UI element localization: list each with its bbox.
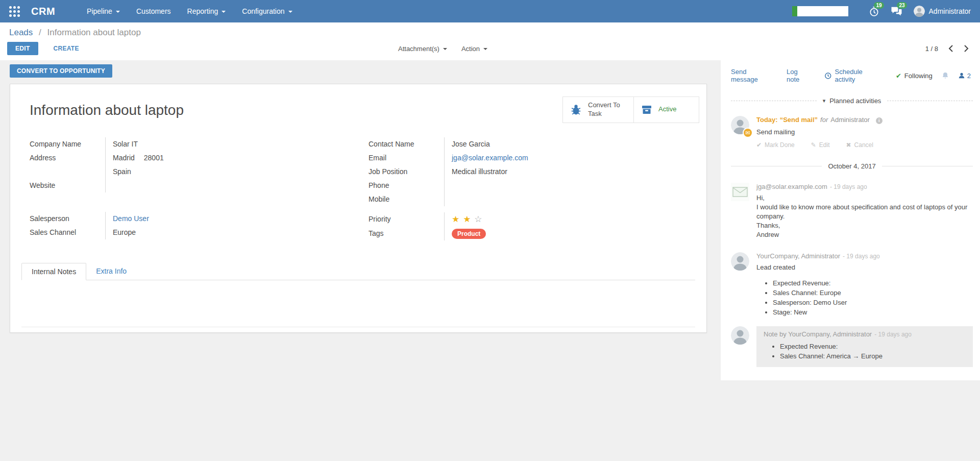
- field-column-right: Contact Name Jose Garcia Email jga@solar…: [369, 137, 695, 240]
- activity-item: Today:“Send mail”forAdministratori Send …: [731, 116, 973, 149]
- cancel-activity-button[interactable]: Cancel: [846, 141, 873, 149]
- pager-next-button[interactable]: [964, 45, 969, 52]
- following-button[interactable]: Following: [896, 72, 933, 80]
- tab-internal-notes[interactable]: Internal Notes: [21, 263, 86, 280]
- message-header: jga@solar.example.com- 19 days ago: [756, 183, 970, 190]
- breadcrumb-separator: /: [39, 28, 41, 37]
- field-row-salesperson: Salesperson Demo User: [30, 212, 342, 226]
- field-value: jga@solar.example.com: [444, 151, 695, 165]
- field-row-country: Spain: [30, 165, 342, 179]
- chatter-toolbar: Send message Log note Schedule activity …: [731, 68, 973, 83]
- send-message-button[interactable]: Send message: [731, 68, 774, 83]
- archive-icon: [641, 104, 653, 116]
- convert-to-task-label: Convert To Task: [588, 101, 627, 118]
- apps-menu-icon[interactable]: [9, 6, 20, 17]
- field-group: Company Name Solar IT Address Madrid2800…: [30, 137, 342, 192]
- top-navbar: CRM Pipeline Customers Reporting Configu…: [0, 0, 980, 22]
- schedule-activity-button[interactable]: Schedule activity: [824, 68, 883, 83]
- breadcrumb: Leads / Information about laptop: [7, 27, 973, 38]
- edit-label: Edit: [819, 141, 830, 149]
- field-row-mobile: Mobile: [369, 192, 695, 206]
- control-panel: Leads / Information about laptop EDIT CR…: [0, 22, 980, 60]
- person-icon: [958, 72, 965, 79]
- field-value: Product: [444, 227, 695, 240]
- internal-notes-content[interactable]: [21, 280, 695, 327]
- star-icon[interactable]: [463, 214, 471, 224]
- message-author[interactable]: YourCompany, Administrator: [756, 252, 840, 260]
- action-dropdown[interactable]: Action: [461, 45, 487, 53]
- field-row-job: Job Position Medical illustrator: [369, 165, 695, 179]
- menu-customers-label: Customers: [136, 7, 171, 15]
- content-area: CONVERT TO OPPORTUNITY Convert To Task: [0, 60, 980, 461]
- star-icon[interactable]: [452, 214, 459, 224]
- menu-customers[interactable]: Customers: [136, 7, 171, 15]
- progress-fill: [792, 6, 797, 16]
- systray-progress-bar[interactable]: [792, 6, 848, 16]
- field-value: [444, 179, 695, 192]
- activity-detail: Send mailing: [756, 128, 883, 136]
- edit-button[interactable]: EDIT: [7, 42, 38, 55]
- message-text: Lead created: [756, 263, 970, 272]
- tab-extra-info[interactable]: Extra Info: [86, 263, 136, 280]
- chevron-down-icon: [288, 11, 292, 13]
- attachments-dropdown[interactable]: Attachment(s): [398, 45, 447, 53]
- field-label: Sales Channel: [30, 226, 105, 239]
- bell-icon[interactable]: [941, 71, 949, 80]
- field-label: Tags: [369, 227, 444, 240]
- tag-product[interactable]: Product: [452, 229, 486, 239]
- email-link[interactable]: jga@solar.example.com: [452, 154, 528, 162]
- info-icon[interactable]: i: [876, 117, 883, 124]
- salesperson-link[interactable]: Demo User: [113, 214, 149, 223]
- message-author[interactable]: Note by YourCompany, Administrator: [764, 330, 872, 338]
- control-panel-dropdowns: Attachment(s) Action: [398, 45, 487, 53]
- activities-icon[interactable]: 19: [869, 6, 879, 17]
- messages-icon[interactable]: 23: [891, 6, 902, 16]
- field-label: Phone: [369, 179, 444, 192]
- collapse-caret-icon[interactable]: [823, 98, 826, 104]
- field-label: Website: [30, 179, 105, 192]
- user-name: Administrator: [929, 7, 971, 15]
- mail-activity-badge-icon: [743, 128, 753, 138]
- breadcrumb-leads[interactable]: Leads: [9, 28, 33, 37]
- menu-reporting[interactable]: Reporting: [187, 7, 226, 15]
- convert-to-task-button[interactable]: Convert To Task: [563, 97, 633, 123]
- chevron-left-icon: [948, 45, 953, 52]
- clock-icon: [824, 72, 832, 80]
- field-value: Jose Garcia: [444, 137, 695, 151]
- pager-value[interactable]: 1 / 8: [925, 45, 938, 53]
- avatar: [731, 252, 749, 271]
- activity-tools: Mark Done Edit Cancel: [756, 141, 883, 149]
- log-note-button[interactable]: Log note: [787, 68, 812, 83]
- pager-previous-button[interactable]: [948, 45, 953, 52]
- field-column-left: Company Name Solar IT Address Madrid2800…: [30, 137, 342, 240]
- cross-icon: [846, 141, 851, 149]
- mark-done-button[interactable]: Mark Done: [756, 141, 795, 149]
- convert-to-opportunity-button[interactable]: CONVERT TO OPPORTUNITY: [10, 64, 112, 78]
- message-author[interactable]: jga@solar.example.com: [756, 183, 827, 190]
- chevron-down-icon: [222, 11, 226, 13]
- message-time: - 19 days ago: [843, 253, 880, 260]
- bug-icon: [570, 103, 582, 116]
- user-menu[interactable]: Administrator: [914, 6, 971, 17]
- menu-configuration[interactable]: Configuration: [242, 7, 292, 15]
- field-row-website: Website: [30, 179, 342, 192]
- create-button[interactable]: CREATE: [51, 44, 82, 53]
- chevron-right-icon: [964, 45, 969, 52]
- menu-pipeline[interactable]: Pipeline: [87, 7, 120, 15]
- activity-for: for: [820, 116, 828, 124]
- pager: 1 / 8: [925, 45, 973, 53]
- breadcrumb-current: Information about laptop: [47, 28, 141, 37]
- field-label: Contact Name: [369, 137, 444, 151]
- field-grid: Company Name Solar IT Address Madrid2800…: [21, 137, 695, 240]
- app-title[interactable]: CRM: [31, 6, 55, 17]
- active-toggle-button[interactable]: Active: [633, 97, 699, 123]
- chevron-down-icon: [483, 48, 487, 50]
- field-row-company: Company Name Solar IT: [30, 137, 342, 151]
- edit-activity-button[interactable]: Edit: [811, 141, 830, 149]
- note-item: Note by YourCompany, Administrator- 19 d…: [731, 326, 973, 367]
- star-icon[interactable]: [474, 214, 482, 224]
- field-group: Priority Tags Product: [369, 212, 695, 240]
- field-value: [105, 179, 342, 192]
- form-view: CONVERT TO OPPORTUNITY Convert To Task: [0, 60, 721, 461]
- followers-button[interactable]: 2: [958, 72, 971, 80]
